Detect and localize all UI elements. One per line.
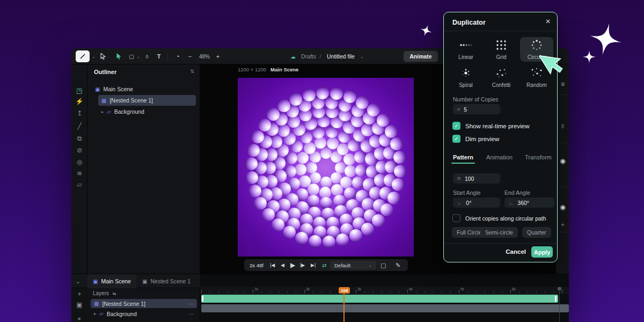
layer-toggle-icon[interactable]: — — [189, 301, 194, 306]
layers-filter-icon[interactable]: ⇆ — [113, 291, 116, 296]
dim-preview-checkbox-row[interactable]: ✓ Dim preview — [452, 135, 499, 143]
link-icon[interactable]: ∞ — [559, 120, 567, 133]
shape-icon[interactable]: ▱ — [71, 181, 87, 188]
skip-start-button[interactable]: |◀ — [270, 259, 279, 271]
line-tool-chevron-icon[interactable]: ⌄ — [91, 48, 96, 64]
step-back-button[interactable]: ◀ — [281, 259, 289, 271]
menu-icon[interactable]: ≡ — [556, 80, 569, 88]
bolt-icon[interactable]: ⚡ — [71, 98, 87, 105]
checkbox-checked-icon[interactable]: ✓ — [452, 135, 460, 143]
artboard-scene-name[interactable]: Main Scene — [270, 67, 298, 72]
paint-preview-button[interactable]: ✎ — [396, 259, 405, 271]
zoom-out-button[interactable]: − — [186, 48, 194, 64]
line-tool-button[interactable] — [76, 50, 90, 62]
outliner-item[interactable]: ▦[Nested Scene 1] — [98, 95, 196, 106]
play-button[interactable]: ▶ — [290, 259, 299, 271]
cancel-button[interactable]: Cancel — [506, 248, 526, 255]
frame-tool-button[interactable]: ▢ — [127, 48, 136, 64]
mask-icon[interactable]: ⊘ — [71, 147, 87, 154]
show-preview-checkbox-row[interactable]: ✓ Show real-time preview — [452, 122, 530, 130]
tab-pattern[interactable]: Pattern — [453, 154, 473, 160]
ruler-tick — [253, 290, 253, 293]
close-icon[interactable]: ✕ — [545, 18, 551, 25]
step-forward-button[interactable]: |▶ — [300, 259, 309, 271]
pen-icon[interactable]: ╱ — [71, 122, 87, 130]
preset-semi-circle-button[interactable]: Semi-circle — [480, 227, 518, 238]
eye-icon-2[interactable]: ◉ — [556, 203, 569, 211]
text-tool-button[interactable]: T — [154, 48, 164, 64]
artboard[interactable] — [238, 78, 414, 257]
loop-button[interactable]: ⇄ — [322, 259, 331, 271]
pattern-dot — [343, 90, 356, 103]
file-menu-chevron-icon[interactable]: ⌄ — [359, 48, 364, 64]
hash-icon: # — [457, 106, 460, 112]
duplicator-option-confetti[interactable]: Confetti — [485, 65, 518, 90]
duplicator-option-linear[interactable]: Linear — [449, 37, 482, 62]
timeline-collapse-button[interactable]: ⌄ — [72, 274, 84, 288]
expand-caret-icon[interactable]: ▸ — [94, 311, 96, 316]
checkbox-unchecked-icon[interactable] — [452, 214, 460, 222]
frame-tool-chevron-icon[interactable]: ⌄ — [136, 48, 141, 64]
timeline-ruler[interactable]: 1s2s3s4s5s6s — [200, 287, 569, 294]
hand-tool-button[interactable]: ◔ — [172, 48, 183, 64]
timeline-layer-row[interactable]: ▦[Nested Scene 1]— — [91, 299, 197, 308]
checkbox-checked-icon[interactable]: ✓ — [452, 122, 460, 130]
track-end-handle[interactable] — [555, 296, 557, 302]
timeline-panel: ⌄ ▣ Main Scene ▣ Nested Scene 1 +▣⌖ Laye… — [71, 274, 569, 322]
pattern-dot — [393, 151, 406, 164]
copies-input[interactable]: # 5 — [453, 104, 500, 114]
timeline-layer-row[interactable]: ▸▱Background— — [91, 309, 197, 318]
select-tool-button[interactable] — [97, 48, 109, 64]
add-layer-icon[interactable]: + — [71, 290, 87, 298]
image-icon[interactable]: ▣ — [71, 301, 87, 309]
timeline-end-marker[interactable] — [559, 287, 560, 322]
outliner-item[interactable]: ▸▱Background — [98, 106, 196, 117]
tab-animation[interactable]: Animation — [486, 154, 513, 160]
upload-icon[interactable]: ↥ — [71, 109, 87, 117]
cube-icon[interactable]: ◳ — [71, 87, 87, 94]
radius-value: 100 — [465, 175, 474, 182]
zoom-level[interactable]: 48% — [196, 48, 213, 64]
tab-transform[interactable]: Transform — [525, 154, 552, 160]
duplicator-option-spiral[interactable]: Spiral — [449, 65, 482, 90]
move-icon[interactable]: ⌖ — [71, 315, 87, 322]
layer-toggle-icon[interactable]: — — [189, 311, 194, 317]
display-mode-button[interactable]: ▢ — [380, 259, 390, 271]
nested-scene-track[interactable] — [201, 295, 558, 303]
layer-label: Background — [114, 108, 144, 115]
effects-icon[interactable]: ◎ — [71, 158, 87, 166]
eye-icon[interactable]: ◉ — [556, 157, 569, 165]
radius-input[interactable]: R 100 — [453, 173, 500, 184]
preset-quarter-button[interactable]: Quarter — [522, 227, 551, 238]
breadcrumb-file-name[interactable]: Untitled file — [324, 48, 358, 64]
playhead-line[interactable] — [343, 292, 345, 322]
pattern-dot — [331, 184, 343, 196]
start-angle-input[interactable]: ∟ 0° — [453, 197, 500, 208]
timeline-tab-nested-scene[interactable]: ▣ Nested Scene 1 — [137, 274, 196, 288]
preset-dropdown[interactable]: Default ⌄ — [330, 261, 376, 269]
skip-end-button[interactable]: ▶| — [311, 259, 319, 271]
outliner-item[interactable]: ▣Main Scene — [92, 84, 196, 94]
plus-icon[interactable]: + — [556, 221, 569, 229]
outliner-sort-icon[interactable]: ⇅ — [190, 69, 194, 74]
copy-icon[interactable]: ⧉ — [71, 135, 87, 142]
pattern-dot — [299, 175, 311, 187]
timeline-tab-main-scene[interactable]: ▣ Main Scene — [87, 274, 136, 288]
zoom-in-button[interactable]: + — [214, 48, 222, 64]
copies-value: 5 — [464, 106, 467, 113]
end-angle-input[interactable]: ∟ 360° — [504, 197, 554, 208]
duplicator-option-grid[interactable]: Grid — [485, 37, 518, 62]
wave-icon[interactable]: ≋ — [71, 170, 87, 177]
direct-select-tool-button[interactable] — [113, 48, 125, 64]
timeline-track-area[interactable]: 1s2s3s4s5s6s 168 — [200, 274, 569, 322]
orient-checkbox-row[interactable]: Orient copies along circular path — [452, 214, 546, 222]
expand-caret-icon[interactable]: ▸ — [101, 109, 104, 114]
tag-tool-button[interactable]: ◊ — [142, 48, 152, 64]
animate-button[interactable]: Animate — [404, 51, 438, 62]
breadcrumb-drafts[interactable]: Drafts — [299, 48, 318, 64]
playhead-badge[interactable]: 168 — [339, 287, 350, 294]
background-track[interactable] — [201, 304, 569, 312]
track-start-handle[interactable] — [202, 296, 203, 302]
apply-button[interactable]: Apply — [531, 246, 553, 258]
timeline-end-handle[interactable] — [558, 287, 561, 290]
